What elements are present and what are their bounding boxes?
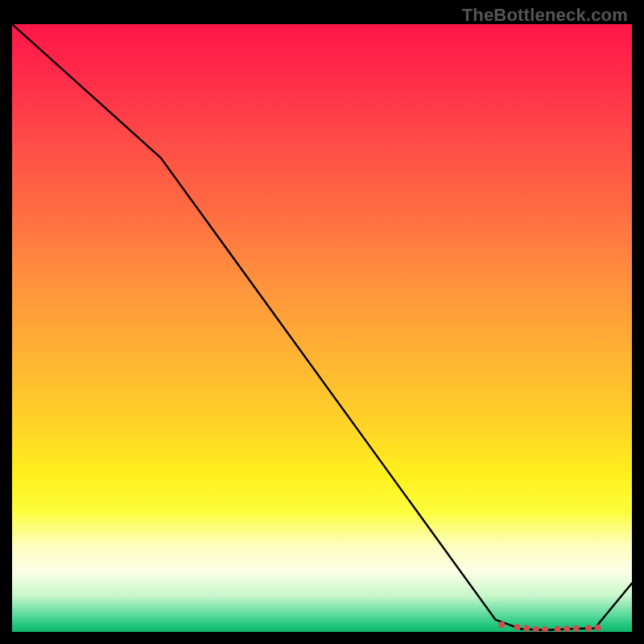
marker-dot <box>595 625 601 631</box>
marker-dot <box>498 621 505 628</box>
marker-dot <box>564 625 570 632</box>
marker-dot <box>514 624 521 630</box>
marker-dot <box>523 625 530 631</box>
chart-container: TheBottleneck.com <box>0 0 644 644</box>
curve-line <box>12 24 632 630</box>
curve-line-group <box>12 24 632 630</box>
marker-dot <box>542 626 548 632</box>
marker-dot <box>573 625 580 632</box>
marker-dot <box>533 626 539 632</box>
watermark-text: TheBottleneck.com <box>462 5 628 26</box>
marker-dot <box>585 625 592 631</box>
chart-svg <box>12 24 632 632</box>
marker-dot <box>555 626 561 632</box>
plot-area <box>12 24 632 632</box>
